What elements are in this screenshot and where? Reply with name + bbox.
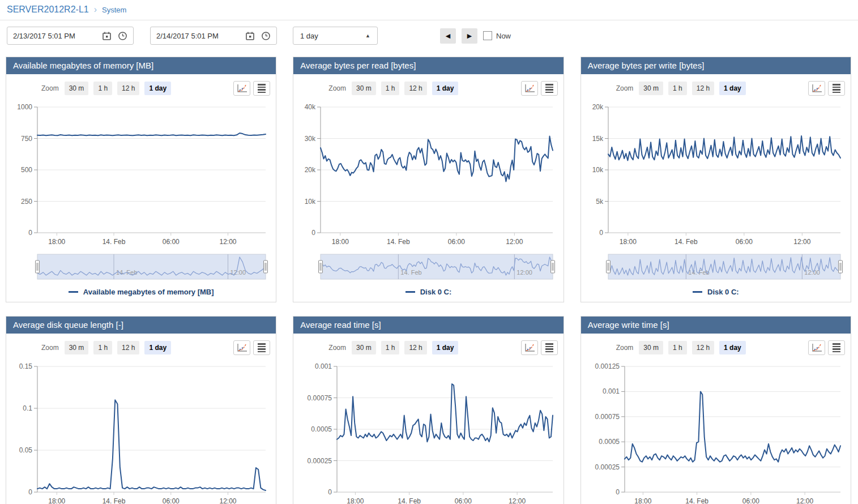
navigator[interactable]: 14. Feb12:00: [587, 252, 845, 281]
main-chart[interactable]: 00.000250.00050.000750.00118:0014. Feb06…: [299, 360, 557, 504]
zoom-1h-button[interactable]: 1 h: [93, 341, 112, 354]
clock-icon[interactable]: [118, 31, 127, 41]
zoom-30m-button[interactable]: 30 m: [639, 341, 663, 354]
zoom-1h-button[interactable]: 1 h: [668, 341, 687, 354]
menu-icon: [545, 84, 553, 93]
zoom-label: Zoom: [41, 344, 59, 352]
svg-text:0: 0: [312, 229, 316, 237]
zoom-30m-button[interactable]: 30 m: [65, 82, 89, 95]
svg-text:0: 0: [28, 229, 32, 237]
prev-range-button[interactable]: ◀: [440, 28, 456, 44]
svg-text:18:00: 18:00: [347, 497, 364, 504]
breadcrumb-page: System: [102, 6, 126, 14]
now-label: Now: [496, 32, 511, 40]
zoom-12h-button[interactable]: 12 h: [692, 341, 714, 354]
now-checkbox[interactable]: [483, 31, 492, 40]
end-datetime-input[interactable]: [151, 32, 245, 40]
zoom-1day-button[interactable]: 1 day: [144, 341, 171, 354]
svg-text:06:00: 06:00: [163, 238, 180, 246]
zoom-1day-button[interactable]: 1 day: [432, 341, 459, 354]
zoom-1day-button[interactable]: 1 day: [144, 82, 171, 95]
zoom-12h-button[interactable]: 12 h: [117, 341, 139, 354]
main-chart[interactable]: 010k20k30k40k18:0014. Feb06:0012:00: [299, 100, 557, 249]
svg-text:40k: 40k: [305, 103, 316, 111]
zoom-30m-button[interactable]: 30 m: [352, 82, 376, 95]
context-menu-button[interactable]: [541, 340, 558, 355]
start-datetime-field[interactable]: [7, 27, 134, 45]
svg-text:750: 750: [21, 135, 32, 143]
svg-text:0.00075: 0.00075: [595, 413, 620, 421]
zoom-12h-button[interactable]: 12 h: [117, 82, 139, 95]
chart-compare-icon: [524, 343, 535, 352]
zoom-1day-button[interactable]: 1 day: [432, 82, 459, 95]
main-chart[interactable]: 00.000250.00050.000750.0010.0012518:0014…: [587, 360, 845, 504]
zoom-1h-button[interactable]: 1 h: [668, 82, 687, 95]
zoom-1day-button[interactable]: 1 day: [719, 82, 746, 95]
panel-title: Average write time [s]: [581, 317, 851, 334]
context-menu-button[interactable]: [253, 81, 270, 96]
zoom-12h-button[interactable]: 12 h: [404, 82, 426, 95]
compare-chart-button[interactable]: [233, 340, 250, 355]
next-range-button[interactable]: ▶: [462, 28, 477, 44]
chart-compare-icon: [811, 343, 822, 352]
prev-arrow-icon: ◀: [446, 32, 450, 40]
range-duration-dropdown[interactable]: 1 day ▲: [293, 27, 378, 45]
navigator[interactable]: 14. Feb12:00: [12, 252, 270, 281]
zoom-30m-button[interactable]: 30 m: [639, 82, 663, 95]
context-menu-button[interactable]: [253, 340, 270, 355]
legend[interactable]: Available megabytes of memory [MB]: [6, 281, 276, 302]
compare-chart-button[interactable]: [808, 81, 825, 96]
zoom-30m-button[interactable]: 30 m: [65, 341, 89, 354]
zoom-1day-button[interactable]: 1 day: [719, 341, 746, 354]
calendar-icon[interactable]: [245, 31, 255, 41]
zoom-1h-button[interactable]: 1 h: [381, 82, 400, 95]
main-chart[interactable]: 05k10k15k20k18:0014. Feb06:0012:00: [587, 100, 845, 249]
menu-icon: [258, 343, 266, 352]
zoom-1h-button[interactable]: 1 h: [93, 82, 112, 95]
breadcrumb: SERVER2012R2-L1 › System: [0, 0, 858, 20]
zoom-1h-button[interactable]: 1 h: [381, 341, 400, 354]
svg-text:0.0005: 0.0005: [311, 425, 332, 433]
svg-text:18:00: 18:00: [48, 238, 65, 246]
context-menu-button[interactable]: [828, 81, 845, 96]
legend[interactable]: Disk 0 C:: [581, 281, 851, 302]
chart-compare-icon: [811, 84, 822, 93]
zoom-12h-button[interactable]: 12 h: [404, 341, 426, 354]
panel-bytes-per-write: Average bytes per write [bytes] Zoom 30 …: [580, 57, 851, 302]
compare-chart-button[interactable]: [521, 340, 538, 355]
range-selector-row: Zoom 30 m 1 h 12 h 1 day: [293, 334, 563, 358]
legend-label: Disk 0 C:: [420, 288, 452, 296]
svg-text:0.00075: 0.00075: [308, 394, 332, 402]
end-datetime-field[interactable]: [150, 27, 277, 45]
zoom-12h-button[interactable]: 12 h: [692, 82, 714, 95]
main-chart[interactable]: 0250500750100018:0014. Feb06:0012:00: [12, 100, 270, 249]
menu-icon: [833, 84, 840, 93]
zoom-30m-button[interactable]: 30 m: [352, 341, 376, 354]
clock-icon[interactable]: [261, 31, 271, 41]
compare-chart-button[interactable]: [233, 81, 250, 96]
svg-text:20k: 20k: [305, 166, 316, 174]
breadcrumb-server-link[interactable]: SERVER2012R2-L1: [7, 5, 89, 15]
svg-text:0.0005: 0.0005: [599, 438, 620, 446]
legend[interactable]: Disk 0 C:: [293, 281, 563, 302]
calendar-icon[interactable]: [102, 31, 112, 41]
caret-up-icon: ▲: [365, 33, 370, 39]
panel-title: Average read time [s]: [293, 317, 563, 334]
start-datetime-input[interactable]: [7, 32, 102, 40]
navigator[interactable]: 14. Feb12:00: [299, 252, 557, 281]
chart-compare-icon: [236, 343, 247, 352]
svg-text:10k: 10k: [305, 198, 316, 206]
svg-text:12:00: 12:00: [517, 269, 533, 276]
context-menu-button[interactable]: [541, 81, 558, 96]
chart-grid: Available megabytes of memory [MB] Zoom …: [6, 57, 851, 504]
svg-text:0: 0: [599, 229, 603, 237]
next-arrow-icon: ▶: [467, 32, 472, 40]
svg-text:12:00: 12:00: [220, 238, 237, 246]
context-menu-button[interactable]: [828, 340, 845, 355]
compare-chart-button[interactable]: [521, 81, 538, 96]
svg-text:12:00: 12:00: [220, 497, 237, 504]
main-chart[interactable]: 00.050.10.1518:0014. Feb06:0012:00: [12, 360, 270, 504]
compare-chart-button[interactable]: [808, 340, 825, 355]
svg-text:30k: 30k: [305, 135, 316, 143]
svg-text:0.001: 0.001: [315, 362, 332, 370]
